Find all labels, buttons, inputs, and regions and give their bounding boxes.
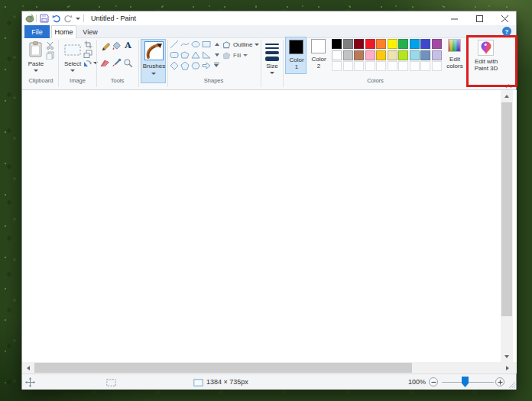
shape-hexagon-icon[interactable] <box>190 60 201 71</box>
eraser-icon[interactable] <box>100 58 110 70</box>
brushes-dropdown-icon <box>151 73 156 75</box>
palette-swatch[interactable] <box>432 39 442 49</box>
shape-arrow-right-icon[interactable] <box>201 60 212 71</box>
minimize-button[interactable] <box>442 11 467 25</box>
scroll-right-icon[interactable] <box>501 362 513 374</box>
vertical-scroll-thumb[interactable] <box>501 102 512 316</box>
copy-icon[interactable] <box>46 51 54 61</box>
save-icon[interactable] <box>40 14 49 24</box>
brush-icon <box>144 41 164 60</box>
palette-swatch[interactable] <box>420 50 430 60</box>
help-button[interactable]: ? <box>502 27 511 36</box>
horizontal-scroll-thumb[interactable] <box>34 363 412 373</box>
palette-swatch-empty[interactable] <box>365 61 375 71</box>
canvas-margin <box>513 90 517 362</box>
color-picker-icon[interactable] <box>112 58 122 70</box>
shapes-scroll-up-icon[interactable] <box>215 43 219 46</box>
resize-grip[interactable] <box>508 381 516 390</box>
redo-icon[interactable] <box>63 14 73 24</box>
tab-home[interactable]: Home <box>51 25 76 38</box>
palette-swatch-empty[interactable] <box>432 61 442 71</box>
close-button[interactable] <box>492 11 517 25</box>
palette-swatch-empty[interactable] <box>343 61 353 71</box>
palette-swatch-empty[interactable] <box>420 61 430 71</box>
palette-swatch[interactable] <box>365 50 375 60</box>
rotate-dropdown-icon <box>93 62 98 64</box>
divider <box>36 15 37 22</box>
shape-diamond-icon[interactable] <box>169 60 180 71</box>
outline-control[interactable]: Outline <box>222 40 259 49</box>
brushes-button[interactable]: Brushes <box>141 39 166 83</box>
palette-swatch-empty[interactable] <box>376 61 386 71</box>
palette-swatch[interactable] <box>398 39 408 49</box>
select-button[interactable]: Select <box>63 40 83 75</box>
scroll-down-icon[interactable] <box>501 351 513 362</box>
palette-swatch[interactable] <box>332 50 342 60</box>
shape-right-triangle-icon[interactable] <box>201 50 212 60</box>
palette-swatch[interactable] <box>388 50 397 60</box>
palette-swatch-empty[interactable] <box>332 61 342 71</box>
zoom-out-button[interactable] <box>429 377 438 386</box>
shape-triangle-icon[interactable] <box>190 50 201 60</box>
shape-line-icon[interactable] <box>169 39 180 50</box>
palette-swatch-empty[interactable] <box>388 61 397 71</box>
rotate-icon[interactable] <box>83 59 92 70</box>
palette-swatch[interactable] <box>420 39 430 49</box>
zoom-slider-thumb[interactable] <box>462 377 469 387</box>
zoom-in-button[interactable] <box>495 377 504 386</box>
selection-size-icon <box>106 379 116 388</box>
size-button[interactable]: Size <box>262 40 282 78</box>
collapse-ribbon-icon[interactable] <box>505 82 512 90</box>
palette-swatch-empty[interactable] <box>398 61 408 71</box>
cut-icon[interactable] <box>46 41 54 51</box>
shape-rectangle-icon[interactable] <box>201 39 212 50</box>
scroll-up-icon[interactable] <box>501 90 513 102</box>
edit-with-paint-3d-button[interactable]: Edit with Paint 3D <box>472 38 501 78</box>
fill-with-color-icon[interactable] <box>112 41 122 53</box>
group-divider <box>467 40 468 87</box>
outline-icon <box>222 40 231 49</box>
palette-swatch[interactable] <box>354 39 364 49</box>
pencil-icon[interactable] <box>100 41 110 53</box>
color1-button[interactable]: Color 1 <box>285 37 307 74</box>
palette-swatch[interactable] <box>376 39 386 49</box>
shape-pentagon-icon[interactable] <box>180 60 190 71</box>
drawing-canvas[interactable] <box>22 90 501 362</box>
title-bar[interactable]: Untitled - Paint <box>22 11 516 25</box>
undo-icon[interactable] <box>52 14 61 24</box>
shape-polygon-icon[interactable] <box>180 50 190 60</box>
palette-swatch[interactable] <box>343 50 353 60</box>
magnifier-icon[interactable] <box>123 58 133 70</box>
shape-ellipse-icon[interactable] <box>190 39 201 50</box>
palette-swatch[interactable] <box>398 50 408 60</box>
tab-file[interactable]: File <box>24 25 50 38</box>
palette-swatch[interactable] <box>410 39 420 49</box>
shapes-more-icon[interactable] <box>213 63 220 67</box>
vertical-scrollbar[interactable] <box>501 90 513 362</box>
palette-swatch[interactable] <box>365 39 375 49</box>
shape-curve-icon[interactable] <box>180 39 190 50</box>
paste-button[interactable]: Paste <box>26 40 46 75</box>
image-group-label: Image <box>60 77 95 84</box>
horizontal-scrollbar[interactable] <box>22 362 513 374</box>
scroll-left-icon[interactable] <box>22 362 34 374</box>
palette-swatch[interactable] <box>354 50 364 60</box>
palette-swatch[interactable] <box>332 39 342 49</box>
shapes-scroll-down-icon[interactable] <box>215 53 219 57</box>
palette-swatch-empty[interactable] <box>410 61 420 71</box>
color2-button[interactable]: Color 2 <box>308 37 329 74</box>
palette-swatch[interactable] <box>388 39 397 49</box>
status-bar: 1384 × 735px 100% <box>22 374 516 390</box>
customize-toolbar-dropdown-icon[interactable] <box>76 18 80 20</box>
palette-swatch[interactable] <box>410 50 420 60</box>
fill-control[interactable]: Fill <box>222 51 248 60</box>
edit-colors-button[interactable]: Edit colors <box>443 37 466 74</box>
palette-swatch[interactable] <box>432 50 442 60</box>
tab-view[interactable]: View <box>79 25 102 38</box>
palette-swatch[interactable] <box>343 39 353 49</box>
palette-swatch-empty[interactable] <box>354 61 364 71</box>
shape-rounded-rectangle-icon[interactable] <box>169 50 180 60</box>
palette-swatch[interactable] <box>376 50 386 60</box>
text-tool-icon[interactable]: A <box>123 40 133 50</box>
maximize-button[interactable] <box>467 11 492 25</box>
